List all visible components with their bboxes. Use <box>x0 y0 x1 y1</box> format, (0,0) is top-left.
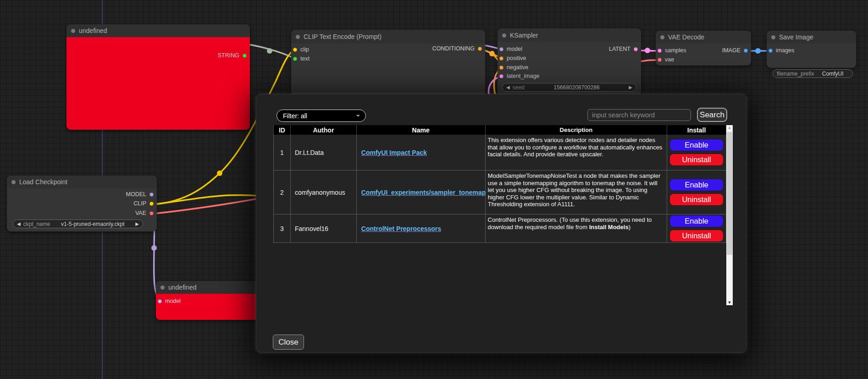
node-title: CLIP Text Encode (Prompt) <box>304 33 381 40</box>
author-cell: Dr.Lt.Data <box>291 135 357 170</box>
node-body: images filename_prefix ComfyUI <box>767 44 856 55</box>
table-scrollbar[interactable]: ▲ ▼ <box>726 125 733 305</box>
collapse-dot-icon[interactable] <box>660 35 664 39</box>
output-slot-clip: CLIP <box>133 200 154 207</box>
output-slot-vae: VAE <box>135 210 154 216</box>
collapse-dot-icon[interactable] <box>502 33 506 38</box>
filename-prefix-widget[interactable]: filename_prefix ComfyUI <box>773 69 853 78</box>
vae-output-dot[interactable] <box>149 211 154 215</box>
node-clip-text-encode[interactable]: CLIP Text Encode (Prompt) clip text COND… <box>291 30 485 99</box>
table-header-row: ID Author Name Description Install <box>273 125 726 135</box>
node-body: model positive negative latent_image LAT… <box>498 42 641 80</box>
negative-input-dot[interactable] <box>499 66 503 70</box>
uninstall-button[interactable]: Uninstall <box>669 154 724 166</box>
images-input-dot[interactable] <box>768 49 773 53</box>
search-button[interactable]: Search <box>697 108 727 122</box>
input-slot-vae: vae <box>656 55 751 64</box>
node-title: VAE Decode <box>668 33 704 41</box>
widget-right-arrow-icon[interactable]: ▶ <box>135 221 139 226</box>
string-output-dot[interactable] <box>243 54 247 58</box>
extension-manager-dialog: Filter: all Search ID Author Name Descri… <box>256 94 746 353</box>
header-description: Description <box>486 125 668 135</box>
node-title-bar[interactable]: KSampler <box>498 28 641 42</box>
description-cell: ControlNet Preprocessors. (To use this e… <box>486 214 668 242</box>
filter-select-wrap: Filter: all <box>276 110 366 122</box>
node-title-bar[interactable]: Save Image <box>767 31 856 44</box>
table-row: 3 Fannovel16 ControlNet Preprocessors Co… <box>273 214 726 243</box>
widget-label: seed <box>513 84 525 91</box>
widget-left-arrow-icon[interactable]: ◀ <box>17 221 21 226</box>
collapse-dot-icon[interactable] <box>160 286 165 290</box>
node-title: undefined <box>79 27 107 34</box>
output-slot-latent: LATENT <box>609 46 638 52</box>
node-body: clip text CONDITIONING <box>291 44 485 63</box>
enable-button[interactable]: Enable <box>669 215 724 227</box>
widget-left-arrow-icon[interactable]: ◀ <box>506 85 510 90</box>
scrollbar-down-icon[interactable]: ▼ <box>726 300 733 305</box>
node-title-bar[interactable]: Load Checkpoint <box>7 176 157 188</box>
collapse-dot-icon[interactable] <box>11 180 16 184</box>
model-input-dot[interactable] <box>158 299 162 303</box>
node-vae-decode[interactable]: VAE Decode samples vae IMAGE <box>656 31 751 66</box>
search-input[interactable] <box>587 109 691 121</box>
author-cell: Fannovel16 <box>291 214 357 242</box>
uninstall-button[interactable]: Uninstall <box>669 193 724 206</box>
node-save-image[interactable]: Save Image images filename_prefix ComfyU… <box>767 31 856 68</box>
header-id: ID <box>274 125 291 135</box>
node-undefined-1[interactable]: undefined STRING <box>66 24 250 130</box>
node-title-bar[interactable]: undefined <box>66 24 250 37</box>
node-title: undefined <box>168 284 197 291</box>
conditioning-output-dot[interactable] <box>478 47 482 51</box>
output-slot-image: IMAGE <box>722 47 748 54</box>
node-body: samples vae IMAGE <box>656 44 751 64</box>
extension-link[interactable]: ComfyUI_experiments/sampler_tonemap <box>361 189 486 196</box>
description-cell: ModelSamplerTonemapNoiseTest a node that… <box>486 170 667 214</box>
node-ksampler[interactable]: KSampler model positive negative latent_… <box>498 28 641 96</box>
model-input-dot[interactable] <box>499 47 503 51</box>
node-body: STRING <box>66 37 250 130</box>
input-slot-images: images <box>767 46 856 55</box>
enable-button[interactable]: Enable <box>669 139 724 151</box>
widget-label: ckpt_name <box>23 221 50 227</box>
clip-input-dot[interactable] <box>293 48 297 52</box>
extension-link[interactable]: ControlNet Preprocessors <box>361 225 441 232</box>
table-row: 1 Dr.Lt.Data ComfyUI Impact Pack This ex… <box>273 135 726 170</box>
node-title: KSampler <box>510 32 538 39</box>
widget-right-arrow-icon[interactable]: ▶ <box>629 85 632 90</box>
collapse-dot-icon[interactable] <box>771 35 775 39</box>
enable-button[interactable]: Enable <box>669 179 724 191</box>
ckpt-name-widget[interactable]: ◀ ckpt_name v1-5-pruned-emaonly.ckpt ▶ <box>13 220 143 228</box>
node-title-bar[interactable]: CLIP Text Encode (Prompt) <box>291 30 485 44</box>
samples-input-dot[interactable] <box>658 49 662 53</box>
text-input-dot[interactable] <box>293 57 297 61</box>
author-cell: comfyanonymous <box>291 170 357 214</box>
collapse-dot-icon[interactable] <box>296 35 300 39</box>
node-title-bar[interactable]: VAE Decode <box>656 31 751 44</box>
image-output-dot[interactable] <box>744 49 748 53</box>
scrollbar-up-icon[interactable]: ▲ <box>726 126 733 130</box>
latent-output-dot[interactable] <box>634 47 638 51</box>
positive-input-dot[interactable] <box>499 56 503 60</box>
node-load-checkpoint[interactable]: Load Checkpoint MODEL CLIP VAE ◀ ckpt_na… <box>7 176 157 231</box>
collapse-dot-icon[interactable] <box>71 29 75 33</box>
latent-image-input-dot[interactable] <box>499 74 503 78</box>
uninstall-button[interactable]: Uninstall <box>669 230 724 242</box>
header-install: Install <box>667 125 726 135</box>
widget-value: 156680208700286 <box>553 84 599 91</box>
output-slot-string: STRING <box>218 52 247 59</box>
input-slot-negative: negative <box>498 63 641 72</box>
extension-link[interactable]: ComfyUI Impact Pack <box>361 149 427 156</box>
filter-select[interactable]: Filter: all <box>276 110 366 122</box>
model-output-dot[interactable] <box>149 192 154 197</box>
scrollbar-thumb[interactable] <box>727 132 732 255</box>
widget-label: filename_prefix <box>777 71 814 77</box>
comfyui-canvas[interactable]: undefined STRING CLIP Text Encode (Promp… <box>0 0 868 379</box>
clip-output-dot[interactable] <box>149 202 154 206</box>
vae-input-dot[interactable] <box>658 58 662 62</box>
widget-value: v1-5-pruned-emaonly.ckpt <box>61 221 125 227</box>
header-name: Name <box>357 125 486 135</box>
seed-widget[interactable]: ◀ seed 156680208700286 ▶ <box>502 83 636 92</box>
close-button[interactable]: Close <box>273 335 304 350</box>
node-title: Save Image <box>779 33 813 41</box>
output-slot-conditioning: CONDITIONING <box>432 45 482 52</box>
